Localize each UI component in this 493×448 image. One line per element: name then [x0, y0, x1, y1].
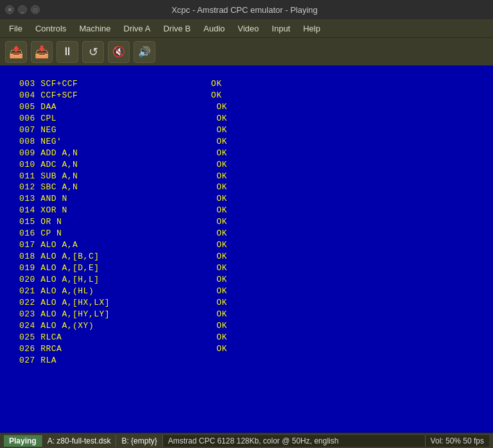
restore-button[interactable]: □: [31, 5, 40, 14]
toolbar: 📤 📥 ⏸ ↺ 🔇 🔊: [0, 37, 493, 65]
minimize-button[interactable]: _: [18, 5, 27, 14]
menu-machine[interactable]: Machine: [73, 22, 117, 35]
restore-icon: □: [34, 7, 37, 13]
close-icon: ✕: [8, 7, 12, 13]
title-bar: ✕ _ □ Xcpc - Amstrad CPC emulator - Play…: [0, 0, 493, 19]
menu-drive-a[interactable]: Drive A: [117, 22, 157, 35]
menu-drive-b[interactable]: Drive B: [157, 22, 197, 35]
pause-button[interactable]: ⏸: [56, 41, 78, 63]
volume-up-icon: 🔊: [138, 46, 151, 58]
emulator-screen: 003 SCF+CCF OK 004 CCF+SCF OK 005 DAA OK…: [0, 65, 493, 433]
download-button[interactable]: 📥: [31, 41, 53, 63]
volume-mute-button[interactable]: 🔇: [108, 41, 130, 63]
status-drive-a: A: z80-full-test.dsk: [42, 435, 117, 447]
volume-up-button[interactable]: 🔊: [134, 41, 155, 63]
volume-mute-icon: 🔇: [112, 46, 125, 58]
close-button[interactable]: ✕: [5, 5, 14, 14]
menu-bar: File Controls Machine Drive A Drive B Au…: [0, 19, 493, 37]
minimize-icon: _: [21, 7, 24, 13]
window-controls[interactable]: ✕ _ □: [5, 5, 40, 14]
reset-button[interactable]: ↺: [82, 41, 104, 63]
menu-help[interactable]: Help: [297, 22, 327, 35]
reset-icon: ↺: [89, 45, 98, 59]
screen-content: 003 SCF+CCF OK 004 CCF+SCF OK 005 DAA OK…: [19, 78, 227, 366]
menu-input[interactable]: Input: [265, 22, 297, 35]
window-title: Xcpc - Amstrad CPC emulator - Playing: [40, 5, 449, 15]
upload-button[interactable]: 📤: [5, 41, 27, 63]
status-drive-b: B: {empty}: [116, 435, 162, 447]
status-bar: Playing A: z80-full-test.dsk B: {empty} …: [0, 433, 493, 448]
download-icon: 📥: [35, 45, 49, 59]
menu-audio[interactable]: Audio: [197, 22, 231, 35]
status-volume: Vol: 50% 50 fps: [426, 435, 489, 447]
upload-icon: 📤: [9, 45, 23, 59]
status-machine: Amstrad CPC 6128 128Kb, color @ 50Hz, en…: [163, 435, 426, 447]
status-playing: Playing: [4, 435, 42, 447]
menu-file[interactable]: File: [3, 22, 29, 35]
menu-controls[interactable]: Controls: [29, 22, 73, 35]
menu-video[interactable]: Video: [231, 22, 265, 35]
pause-icon: ⏸: [62, 45, 73, 58]
